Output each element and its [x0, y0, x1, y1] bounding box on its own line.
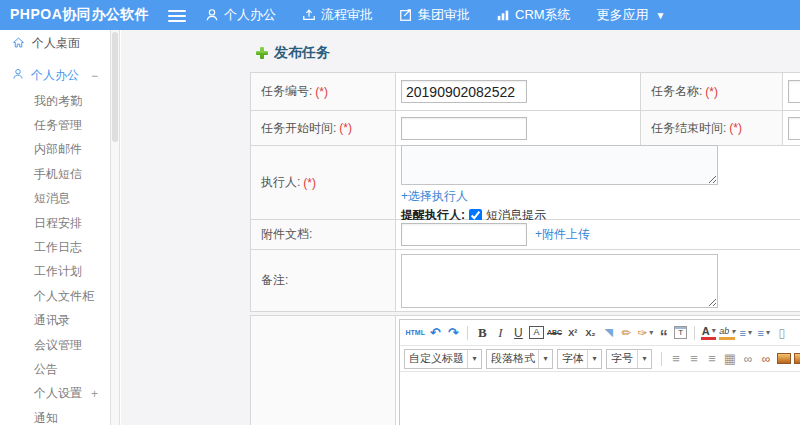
sidebar-item-label: 个人桌面: [32, 35, 80, 52]
font-size-select-value: 字号: [611, 351, 633, 366]
align-center-button[interactable]: ≡: [687, 350, 702, 368]
subscript-button[interactable]: X₂: [583, 324, 598, 342]
color-spray-button[interactable]: ✑: [637, 324, 653, 342]
remark-textarea[interactable]: [401, 254, 718, 308]
chevron-down-icon: ▾: [637, 350, 651, 368]
paragraph-format-select[interactable]: 段落格式▾: [486, 349, 553, 369]
nav-personal-office[interactable]: 个人办公: [205, 6, 276, 24]
executor-textarea[interactable]: [401, 145, 718, 185]
sidebar-item-4[interactable]: 内部邮件: [0, 138, 110, 162]
sidebar-item-10[interactable]: 个人文件柜: [0, 284, 110, 308]
editor-toolbar-row1: HTML↶↷BIUAABCX²X₂◥✏✑“TAab≡≡▯: [400, 320, 800, 346]
sidebar-item-label: 个人文件柜: [34, 288, 94, 305]
nav-group-approval[interactable]: 集团审批: [399, 6, 470, 24]
unordered-list-button[interactable]: ≡: [756, 324, 771, 342]
align-right-button[interactable]: ≡: [705, 350, 720, 368]
chevron-down-icon: ▾: [467, 350, 481, 368]
image-button[interactable]: [777, 353, 791, 364]
sidebar-item-7[interactable]: 日程安排: [0, 211, 110, 235]
sidebar-item-label: 手机短信: [34, 166, 82, 183]
sidebar-item-label: 个人办公: [31, 67, 79, 84]
custom-style-select-value: 自定义标题: [409, 351, 464, 366]
link-button[interactable]: ∞: [741, 350, 756, 368]
superscript-button[interactable]: X²: [565, 324, 580, 342]
sidebar-item-9[interactable]: 工作计划: [0, 260, 110, 284]
sidebar-item-label: 短消息: [34, 190, 70, 207]
font-family-select[interactable]: 字体▾: [557, 349, 602, 369]
sidebar-item-15[interactable]: 通知: [0, 406, 110, 425]
sidebar-item-label: 个人设置: [34, 385, 82, 402]
end-time-input[interactable]: [788, 117, 800, 140]
font-size-select[interactable]: 字号▾: [606, 349, 652, 369]
custom-style-select[interactable]: 自定义标题▾: [404, 349, 482, 369]
attachment-input[interactable]: [401, 223, 527, 246]
sidebar-item-11[interactable]: 通讯录: [0, 309, 110, 333]
approval-flow-icon: [302, 8, 316, 22]
format-painter-button[interactable]: ✏: [619, 324, 634, 342]
caret-down-icon: ▼: [656, 10, 666, 21]
chevron-down-icon: ▾: [538, 350, 552, 368]
nav-more-apps[interactable]: 更多应用 ▼: [597, 6, 666, 24]
blockquote-button[interactable]: “: [656, 324, 671, 342]
nav-process-approval[interactable]: 流程审批: [302, 6, 373, 24]
paste-from-word-button[interactable]: T: [674, 326, 687, 339]
group-approval-icon: [399, 8, 413, 22]
eraser-button[interactable]: ◥: [601, 324, 616, 342]
font-color-button[interactable]: A: [701, 326, 716, 340]
select-executor-link[interactable]: +选择执行人: [401, 188, 800, 205]
font-family-select-value: 字体: [562, 351, 584, 366]
page-title: 发布任务: [256, 44, 330, 62]
strikethrough-button[interactable]: ABC: [547, 324, 562, 342]
highlight-color-button[interactable]: ab: [719, 326, 735, 340]
sidebar-item-1[interactable]: 个人办公−: [0, 62, 110, 89]
sidebar-item-5[interactable]: 手机短信: [0, 162, 110, 186]
sidebar-item-12[interactable]: 会议管理: [0, 333, 110, 357]
sidebar-item-label: 任务管理: [34, 117, 82, 134]
unlink-button[interactable]: ∞: [759, 350, 774, 368]
task-name-input[interactable]: [788, 80, 800, 103]
remark-label: 备注:: [251, 250, 396, 312]
sidebar-item-label: 通知: [34, 410, 58, 425]
start-time-label: 任务开始时间:(*): [251, 111, 396, 146]
sidebar-item-6[interactable]: 短消息: [0, 187, 110, 211]
sidebar-item-3[interactable]: 任务管理: [0, 113, 110, 137]
bold-button[interactable]: B: [475, 324, 490, 342]
align-justify-button[interactable]: ▦: [723, 350, 738, 368]
sidebar-item-8[interactable]: 工作日志: [0, 235, 110, 259]
sidebar-item-14[interactable]: 个人设置+: [0, 382, 110, 406]
collapse-icon[interactable]: −: [91, 69, 98, 83]
editor-content-area[interactable]: [400, 372, 800, 425]
nav-crm-system[interactable]: CRM系统: [496, 6, 571, 24]
align-left-button[interactable]: ≡: [669, 350, 684, 368]
start-time-input[interactable]: [401, 117, 527, 140]
sidebar-item-label: 日程安排: [34, 215, 82, 232]
scrollbar-thumb[interactable]: [112, 32, 118, 142]
sidebar-scrollbar[interactable]: [110, 30, 120, 425]
italic-button[interactable]: I: [493, 324, 508, 342]
sidebar-item-label: 公告: [34, 361, 58, 378]
redo-button[interactable]: ↷: [446, 324, 461, 342]
sidebar-item-13[interactable]: 公告: [0, 357, 110, 381]
font-box-button[interactable]: A: [529, 326, 544, 339]
sidebar-item-label: 工作日志: [34, 239, 82, 256]
rich-text-editor: HTML↶↷BIUAABCX²X₂◥✏✑“TAab≡≡▯ 自定义标题▾段落格式▾…: [399, 319, 800, 425]
task-number-input[interactable]: [401, 80, 527, 103]
sidebar-item-2[interactable]: 我的考勤: [0, 89, 110, 113]
publish-task-form: 任务编号:(*) 任务名称:(*) 任务开始时间:(*) 任务结束时间:(*) …: [250, 72, 800, 312]
underline-button[interactable]: U: [511, 324, 526, 342]
ordered-list-button[interactable]: ≡: [738, 324, 753, 342]
sidebar-item-label: 内部邮件: [34, 141, 82, 158]
attachment-upload-link[interactable]: +附件上传: [535, 226, 590, 243]
sidebar-item-0[interactable]: 个人桌面: [0, 30, 110, 57]
top-navigation-bar: PHPOA协同办公软件 个人办公 流程审批 集团审批 CRM系统: [0, 0, 800, 30]
executor-label: 执行人:(*): [251, 146, 396, 220]
editor-toolbar-row2: 自定义标题▾段落格式▾字体▾字号▾≡≡≡▦∞∞: [400, 346, 800, 372]
expand-icon[interactable]: +: [91, 387, 98, 401]
sidebar-item-label: 工作计划: [34, 263, 82, 280]
source-code-button[interactable]: HTML: [406, 324, 425, 342]
undo-button[interactable]: ↶: [428, 324, 443, 342]
insert-image-button[interactable]: [794, 353, 800, 364]
menu-toggle-icon[interactable]: [168, 7, 186, 23]
new-page-button[interactable]: ▯: [774, 324, 789, 342]
person-icon: [205, 8, 219, 22]
